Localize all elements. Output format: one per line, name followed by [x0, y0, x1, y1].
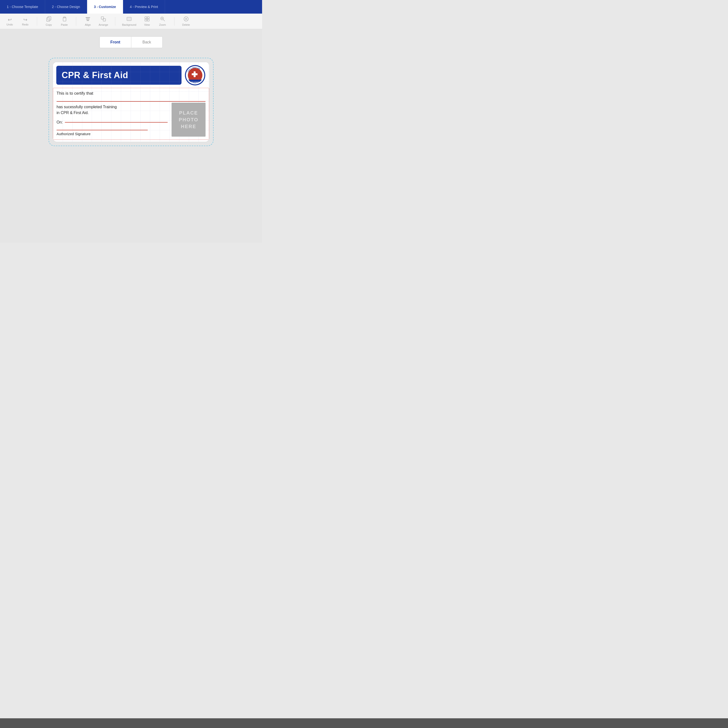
zoom-icon	[160, 16, 165, 23]
svg-line-16	[163, 20, 165, 21]
card-outer-border: CPR & First Aid TRAINED	[49, 58, 214, 146]
copy-icon	[46, 16, 52, 23]
view-button[interactable]: View	[142, 16, 152, 26]
svg-rect-5	[86, 19, 90, 20]
svg-rect-26	[192, 73, 197, 75]
zoom-label: Zoom	[159, 23, 166, 26]
top-navigation: 1 - Choose Template 2 - Choose Design 3 …	[0, 0, 262, 14]
paste-button[interactable]: Paste	[60, 16, 69, 26]
back-toggle-button[interactable]: Back	[131, 37, 162, 48]
undo-label: Undo	[6, 23, 13, 26]
svg-rect-14	[147, 19, 149, 21]
id-card: CPR & First Aid TRAINED	[52, 62, 210, 142]
redo-label: Redo	[22, 23, 28, 26]
view-label: View	[144, 23, 150, 26]
name-line	[57, 101, 205, 102]
align-button[interactable]: Align	[83, 16, 93, 26]
card-left-column: has sucessfully completed Training in CP…	[57, 102, 168, 137]
paste-label: Paste	[61, 23, 68, 26]
arrange-icon	[101, 16, 106, 23]
svg-rect-0	[48, 17, 51, 20]
tab-preview-print[interactable]: 4 - Preview & Print	[123, 0, 165, 14]
svg-rect-4	[86, 17, 90, 18]
tab-choose-design[interactable]: 2 - Choose Design	[45, 0, 87, 14]
date-line	[65, 122, 168, 122]
view-icon	[144, 16, 150, 23]
completed-training-text: has sucessfully completed Training in CP…	[57, 104, 168, 116]
paste-icon	[62, 16, 67, 23]
front-back-toggle: Front Back	[99, 37, 162, 48]
card-header: CPR & First Aid TRAINED	[53, 62, 209, 88]
card-red-dashed-box: This is to certify that has sucessfully …	[53, 88, 209, 140]
tab-choose-template[interactable]: 1 - Choose Template	[0, 0, 45, 14]
align-label: Align	[85, 23, 91, 26]
card-content-row: has sucessfully completed Training in CP…	[57, 102, 205, 137]
cpr-badge: TRAINED CPR & FIRST AID	[184, 64, 206, 86]
copy-button[interactable]: Copy	[44, 16, 54, 26]
background-icon	[127, 16, 132, 23]
card-title-bar: CPR & First Aid	[56, 66, 182, 85]
front-toggle-button[interactable]: Front	[100, 37, 131, 48]
svg-rect-1	[47, 18, 50, 21]
svg-rect-10	[127, 17, 131, 21]
align-icon	[85, 16, 90, 23]
certify-text: This is to certify that	[57, 91, 205, 96]
background-button[interactable]: Background	[122, 16, 136, 26]
redo-icon: ↪	[23, 17, 28, 23]
on-date-row: On:	[57, 120, 168, 124]
signature-line	[57, 130, 148, 130]
undo-icon: ↩	[8, 17, 12, 23]
card-title: CPR & First Aid	[62, 70, 128, 80]
redo-button[interactable]: ↪ Redo	[20, 17, 30, 26]
photo-placeholder-text: PLACE PHOTO HERE	[179, 109, 199, 130]
authorized-signature-label: Authorized Signature	[57, 132, 168, 136]
copy-label: Copy	[46, 23, 52, 26]
tab-customize[interactable]: 3 - Customize	[87, 0, 123, 14]
svg-rect-12	[147, 17, 149, 19]
background-label: Background	[122, 23, 136, 26]
toolbar-divider-4	[174, 17, 174, 26]
delete-button[interactable]: Delete	[181, 16, 191, 26]
zoom-button[interactable]: Zoom	[158, 16, 167, 26]
svg-text:TRAINED: TRAINED	[191, 81, 199, 84]
svg-rect-13	[145, 19, 147, 21]
toolbar-divider-3	[115, 17, 115, 26]
arrange-label: Arrange	[98, 23, 108, 26]
photo-placeholder: PLACE PHOTO HERE	[171, 102, 205, 137]
svg-rect-11	[145, 17, 147, 19]
toolbar-divider-1	[37, 17, 37, 26]
canvas-area: Front Back CPR & First Aid	[0, 29, 262, 243]
svg-rect-6	[87, 20, 89, 21]
arrange-button[interactable]: Arrange	[98, 16, 108, 26]
undo-button[interactable]: ↩ Undo	[5, 17, 15, 26]
toolbar: ↩ Undo ↪ Redo Copy Paste	[0, 14, 262, 29]
delete-label: Delete	[182, 23, 190, 26]
delete-icon	[184, 16, 189, 23]
